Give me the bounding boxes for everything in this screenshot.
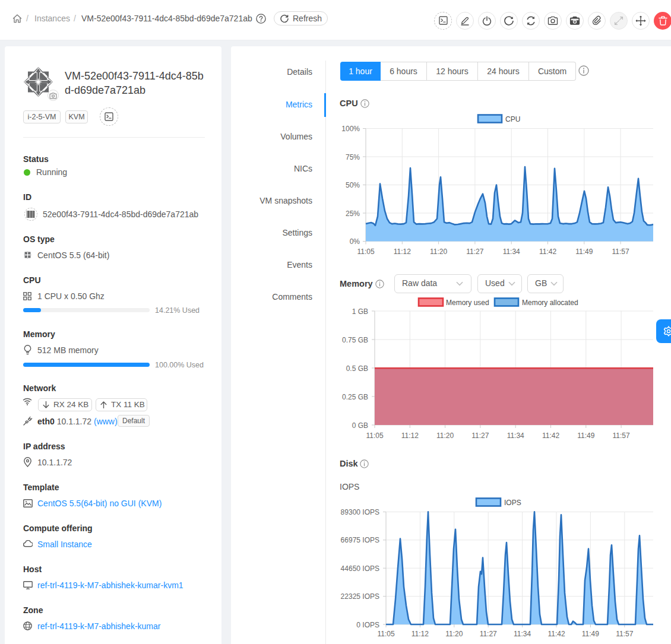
svg-text:11:34: 11:34 [507, 432, 524, 440]
svg-text:44650 IOPS: 44650 IOPS [341, 564, 379, 573]
svg-text:11:27: 11:27 [480, 630, 497, 638]
svg-text:Memory allocated: Memory allocated [522, 299, 578, 307]
svg-text:11:57: 11:57 [612, 248, 629, 256]
svg-text:11:49: 11:49 [577, 432, 594, 440]
svg-text:11:42: 11:42 [542, 432, 559, 440]
svg-text:11:27: 11:27 [466, 248, 483, 256]
svg-text:0.25 GB: 0.25 GB [342, 393, 368, 401]
svg-text:11:05: 11:05 [377, 630, 394, 638]
svg-text:11:12: 11:12 [394, 248, 411, 256]
svg-text:11:49: 11:49 [575, 248, 593, 256]
svg-text:11:20: 11:20 [430, 248, 447, 256]
svg-text:22325 IOPS: 22325 IOPS [341, 592, 379, 601]
svg-text:CPU: CPU [505, 115, 520, 123]
svg-text:100%: 100% [341, 125, 360, 133]
svg-text:11:05: 11:05 [357, 248, 374, 256]
svg-text:50%: 50% [346, 181, 360, 189]
svg-text:25%: 25% [346, 210, 360, 218]
svg-text:0%: 0% [350, 237, 360, 246]
svg-text:11:05: 11:05 [366, 432, 383, 440]
svg-text:11:34: 11:34 [503, 248, 520, 256]
svg-text:11:57: 11:57 [613, 432, 630, 440]
svg-text:0.5 GB: 0.5 GB [346, 364, 368, 373]
svg-text:11:12: 11:12 [401, 432, 419, 440]
svg-text:11:20: 11:20 [436, 432, 454, 440]
svg-text:0.75 GB: 0.75 GB [342, 336, 368, 344]
svg-text:11:42: 11:42 [547, 630, 565, 638]
svg-text:11:12: 11:12 [412, 630, 429, 638]
svg-text:0 IOPS: 0 IOPS [356, 621, 379, 629]
svg-text:0 GB: 0 GB [352, 421, 368, 430]
svg-text:11:27: 11:27 [471, 432, 489, 440]
svg-text:1 GB: 1 GB [352, 307, 368, 316]
svg-text:11:57: 11:57 [616, 630, 633, 638]
svg-text:66975 IOPS: 66975 IOPS [341, 536, 379, 544]
svg-text:IOPS: IOPS [504, 499, 521, 507]
svg-text:89300 IOPS: 89300 IOPS [341, 508, 379, 516]
svg-text:75%: 75% [346, 153, 360, 161]
svg-text:11:20: 11:20 [445, 630, 463, 638]
svg-text:11:34: 11:34 [514, 630, 531, 638]
svg-text:Memory used: Memory used [446, 299, 489, 307]
svg-text:11:49: 11:49 [582, 630, 599, 638]
svg-text:11:42: 11:42 [539, 248, 556, 256]
